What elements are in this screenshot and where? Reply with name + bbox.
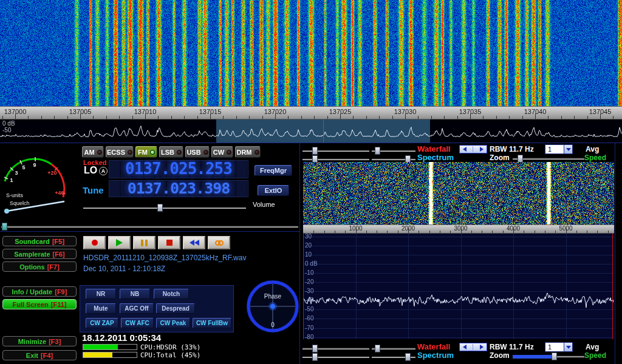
loop-icon [215,240,224,246]
mode-button-fm[interactable]: FM [135,146,157,158]
menu-key: [F11] [51,301,67,308]
fullscreen-button[interactable]: Full Screen[F11] [2,299,77,309]
divider [0,143,622,143]
volume-slider[interactable] [83,204,246,212]
waterfall-label-bottom[interactable]: Waterfall [417,343,450,351]
menu-key: [F5] [52,238,64,245]
cw-zap-button[interactable]: CW ZAP [86,318,118,328]
divider [615,143,615,364]
mute-button[interactable]: Mute [86,303,116,314]
slider-thumb[interactable] [157,204,163,212]
stop-button[interactable] [158,236,180,249]
mode-label: LSB [161,149,174,156]
dropdown-arrow-icon[interactable] [564,343,572,351]
waterfall-contrast-slider-bottom[interactable] [372,345,415,352]
mode-button-lsb[interactable]: LSB [159,146,183,158]
mode-button-drm[interactable]: DRM [235,146,261,158]
main-frequency-ruler[interactable]: 1370001370051370101370151370201370251370… [0,106,622,120]
spectrum-label-bottom[interactable]: Spectrum [417,351,454,359]
play-button[interactable] [108,236,131,249]
mode-button-cw[interactable]: CW [211,146,233,158]
options-button[interactable]: Options[F7] [2,261,77,272]
arrow-right-icon[interactable] [480,147,484,152]
hdsdr-window: 1370001370051370101370151370201370251370… [0,0,622,364]
db-scale-label: -50 [2,127,11,133]
phase-dot [270,304,275,309]
rbw-readout-bottom: RBW 11.7 Hz [490,343,534,351]
freq-ruler-label: 137025 [329,108,352,115]
db-scale-label: 10 [305,252,312,258]
info-update-button[interactable]: Info / Update[F9] [2,286,77,297]
menu-label: Full Screen [13,301,49,308]
cw-fullbw-button[interactable]: CW FullBw [193,318,231,328]
notch-button[interactable]: Notch [154,289,189,299]
waterfall-label-top[interactable]: Waterfall [417,145,450,153]
local-datetime: 18.12.2011 0:05:34 [82,332,161,343]
exit-button[interactable]: Exit[F4] [2,350,77,360]
speed-label-bottom: Speed [584,352,606,360]
squelch-slider[interactable] [1,223,298,231]
cw-peak-button[interactable]: CW Peak [156,318,190,328]
mode-led-icon [255,150,259,155]
phase-indicator: Phase 0 [246,280,299,333]
slider-track[interactable] [1,226,298,228]
arrow-left-icon[interactable] [463,345,466,349]
lo-label: LO [84,165,97,176]
avg-value: 1 [545,343,564,351]
slider-thumb[interactable] [2,223,7,231]
phase-value: 0 [271,322,275,328]
nr-button[interactable]: NR [86,289,116,299]
waterfall-brightness-slider-bottom[interactable] [302,345,369,352]
soundcard-button[interactable]: Soundcard[F5] [2,236,77,246]
meter-needle-tip [4,209,9,214]
avg-select-bottom[interactable]: 1 [545,342,573,352]
db-scale-label: 0 dB [2,121,15,127]
zoom-spectrum-display[interactable]: 3020100 dB-10-20-30-40-50-60-70-80 [303,234,614,339]
main-waterfall-display[interactable] [0,0,622,106]
freqmgr-button[interactable]: FreqMgr [255,165,292,176]
zoom-waterfall-display[interactable] [303,162,614,224]
lo-frequency-display[interactable]: 0137.025.253 [109,160,248,178]
avg-select-top[interactable]: 1 [545,144,573,154]
play-icon [116,239,123,246]
spectrum-contrast-slider-bottom[interactable] [372,353,415,361]
main-spectrum-display[interactable]: 0 dB -50 [0,120,622,143]
zoom-frequency-ruler[interactable]: 10002000300040005000 [303,224,614,234]
dropdown-arrow-icon[interactable] [564,145,572,153]
lock-badge-icon[interactable]: A [99,167,108,175]
agc-off-button[interactable]: AGC Off [120,303,154,314]
freq-ruler-label: 137040 [524,108,547,115]
arrow-left-icon[interactable] [463,147,466,152]
arrow-right-icon[interactable] [480,345,484,349]
spectrum-brightness-slider-bottom[interactable] [302,353,369,361]
avg-label-bottom: Avg [586,343,599,351]
mode-button-am[interactable]: AM [82,146,104,158]
cw-afc-button[interactable]: CW AFC [121,318,154,328]
samplerate-button[interactable]: Samplerate[F6] [2,249,77,259]
waterfall-brightness-slider-top[interactable] [302,147,369,155]
zoom-label-top: Zoom [490,154,510,162]
db-scale-label: -80 [305,334,313,340]
spectrum-label-top[interactable]: Spectrum [417,153,454,161]
record-icon [92,240,98,246]
waterfall-contrast-slider-top[interactable] [372,147,415,155]
menu-label: Soundcard [15,238,49,245]
shift-control-bottom[interactable] [459,343,487,351]
menu-label: Minimize [18,338,46,345]
record-button[interactable] [83,236,106,249]
avg-label-top: Avg [586,146,599,153]
rewind-button[interactable] [183,236,205,249]
freq-ruler-label: 2000 [402,225,415,232]
shift-control-top[interactable] [459,145,487,153]
zoom-slider-bottom[interactable] [513,352,584,360]
nb-button[interactable]: NB [120,289,150,299]
despread-button[interactable]: Despread [156,303,195,314]
slider-track[interactable] [83,207,246,209]
mode-button-usb[interactable]: USB [185,146,210,158]
loop-button[interactable] [208,236,230,249]
minimize-button[interactable]: Minimize[F3] [2,336,77,346]
mode-button-ecss[interactable]: ECSS [106,146,134,158]
pause-button[interactable] [133,236,156,249]
extio-button[interactable]: ExtIO [258,185,289,196]
tune-frequency-display[interactable]: 0137.023.398 [109,180,248,197]
